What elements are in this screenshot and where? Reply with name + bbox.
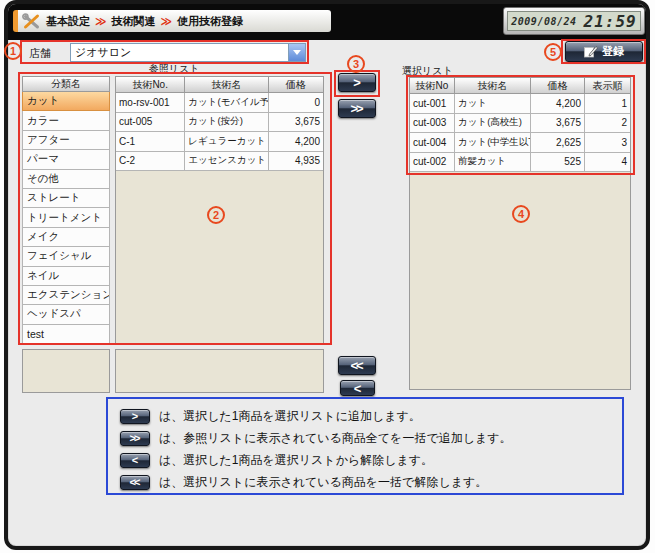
- breadcrumb-separator-icon: ≫: [95, 15, 107, 28]
- category-item-treatment[interactable]: トリートメント: [22, 208, 110, 227]
- breadcrumb: 基本設定 ≫ 技術関連 ≫ 使用技術登録: [13, 10, 331, 32]
- category-item-after[interactable]: アフター: [22, 131, 110, 150]
- category-item-cut[interactable]: カット: [22, 92, 110, 111]
- category-item-perm[interactable]: パーマ: [22, 150, 110, 169]
- category-list-header: 分類名: [22, 76, 110, 92]
- legend-box: > は、選択した1商品を選択リストに追加します。 >> は、参照リストに表示され…: [106, 397, 624, 495]
- reference-list-column-headers: 技術No. 技術名 価格: [116, 77, 323, 93]
- store-label: 店舗: [29, 46, 51, 61]
- category-item-test[interactable]: test: [22, 325, 110, 344]
- cell-display-order: 3: [585, 133, 630, 153]
- breadcrumb-item-tech-related[interactable]: 技術関連: [112, 14, 156, 29]
- category-item-headspa[interactable]: ヘッドスパ: [22, 305, 110, 324]
- edit-document-icon: [584, 45, 598, 58]
- reference-row-c-2[interactable]: C-2 エッセンスカット 4,935: [116, 152, 323, 172]
- col-header-price: 価格: [531, 78, 585, 94]
- legend-text: は、参照リストに表示されている商品全てを一括で追加します。: [159, 430, 512, 447]
- selection-row-cut-001[interactable]: cut-001 カット 4,200 1: [410, 94, 630, 114]
- cell-price: 4,935: [269, 152, 323, 172]
- category-list: 分類名 カット カラー アフター パーマ その他 ストレート トリートメント メ…: [22, 76, 110, 344]
- clock-time: 21:59: [584, 12, 637, 31]
- col-header-tech-no: 技術No: [410, 78, 455, 94]
- col-header-price: 価格: [269, 77, 323, 93]
- legend-text: は、選択した1商品を選択リストから解除します。: [159, 452, 433, 469]
- screen: 基本設定 ≫ 技術関連 ≫ 使用技術登録 2009/08/24 21:59 店舗…: [0, 0, 655, 553]
- col-header-tech-name: 技術名: [185, 77, 268, 93]
- cell-tech-name: カット(中学生以下): [455, 133, 531, 153]
- cell-tech-name: カット(モバイル予約): [185, 93, 268, 113]
- selection-row-cut-002[interactable]: cut-002 前髪カット 525 4: [410, 153, 630, 173]
- clock-date: 2009/08/24: [511, 16, 576, 27]
- cell-tech-no: C-1: [116, 132, 185, 152]
- cell-tech-no: cut-002: [410, 153, 455, 173]
- cell-tech-no: C-2: [116, 152, 185, 172]
- cell-tech-name: レギュラーカット: [185, 132, 268, 152]
- reference-row-mo-rsv-001[interactable]: mo-rsv-001 カット(モバイル予約) 0: [116, 93, 323, 113]
- cell-tech-name: エッセンスカット: [185, 152, 268, 172]
- breadcrumb-item-current-page: 使用技術登録: [177, 14, 243, 29]
- cell-price: 4,200: [269, 132, 323, 152]
- tools-icon: [22, 13, 41, 30]
- cell-price: 2,625: [531, 133, 585, 153]
- col-header-tech-no: 技術No.: [116, 77, 185, 93]
- register-button[interactable]: 登録: [565, 41, 643, 62]
- store-select[interactable]: ジオサロン: [70, 43, 306, 62]
- category-item-nail[interactable]: ネイル: [22, 267, 110, 286]
- cell-price: 3,675: [269, 113, 323, 133]
- reference-list-panel: 技術No. 技術名 価格 mo-rsv-001 カット(モバイル予約) 0 cu…: [115, 76, 324, 344]
- clock-widget: 2009/08/24 21:59: [503, 7, 645, 35]
- cell-price: 4,200: [531, 94, 585, 114]
- reference-row-cut-005[interactable]: cut-005 カット(按分) 3,675: [116, 113, 323, 133]
- category-item-other[interactable]: その他: [22, 170, 110, 189]
- cell-tech-no: mo-rsv-001: [116, 93, 185, 113]
- selection-list-panel: 技術No 技術名 価格 表示順 cut-001 カット 4,200 1 cut-…: [409, 77, 631, 390]
- cell-display-order: 2: [585, 114, 630, 134]
- legend-line-remove-one: < は、選択した1商品を選択リストから解除します。: [120, 449, 622, 471]
- reference-list-footer-panel: [115, 349, 324, 393]
- register-button-label: 登録: [602, 44, 624, 59]
- cell-display-order: 1: [585, 94, 630, 114]
- add-all-button[interactable]: >>: [338, 99, 376, 118]
- legend-line-add-all: >> は、参照リストに表示されている商品全てを一括で追加します。: [120, 427, 622, 449]
- remove-one-arrow-icon: <: [120, 453, 150, 468]
- cell-price: 3,675: [531, 114, 585, 134]
- breadcrumb-item-basic-settings[interactable]: 基本設定: [46, 14, 90, 29]
- breadcrumb-separator-icon: ≫: [161, 15, 173, 28]
- chevron-down-icon[interactable]: [288, 44, 305, 61]
- cell-price: 0: [269, 93, 323, 113]
- cell-tech-name: 前髪カット: [455, 153, 531, 173]
- cell-tech-no: cut-004: [410, 133, 455, 153]
- category-item-facial[interactable]: フェイシャル: [22, 247, 110, 266]
- remove-one-button[interactable]: <: [340, 380, 375, 396]
- cell-tech-name: カット: [455, 94, 531, 114]
- cell-price: 525: [531, 153, 585, 173]
- category-item-straight[interactable]: ストレート: [22, 189, 110, 208]
- clock-lcd: 2009/08/24 21:59: [507, 11, 641, 31]
- cell-tech-no: cut-005: [116, 113, 185, 133]
- add-all-arrow-icon: >>: [120, 431, 150, 446]
- col-header-tech-name: 技術名: [455, 78, 531, 94]
- category-item-makeup[interactable]: メイク: [22, 228, 110, 247]
- legend-text: は、選択リストに表示されている商品を一括で解除します。: [159, 474, 487, 491]
- selection-row-cut-004[interactable]: cut-004 カット(中学生以下) 2,625 3: [410, 133, 630, 153]
- col-header-display-order: 表示順: [585, 78, 630, 94]
- add-one-arrow-icon: >: [120, 409, 150, 424]
- legend-line-add-one: > は、選択した1商品を選択リストに追加します。: [120, 405, 622, 427]
- selection-row-cut-003[interactable]: cut-003 カット(高校生) 3,675 2: [410, 114, 630, 134]
- category-item-color[interactable]: カラー: [22, 111, 110, 130]
- cell-tech-no: cut-001: [410, 94, 455, 114]
- selection-list-column-headers: 技術No 技術名 価格 表示順: [410, 78, 630, 94]
- cell-tech-name: カット(按分): [185, 113, 268, 133]
- category-list-footer-panel: [22, 349, 110, 393]
- reference-row-c-1[interactable]: C-1 レギュラーカット 4,200: [116, 132, 323, 152]
- add-one-button[interactable]: >: [338, 73, 376, 92]
- cell-tech-no: cut-003: [410, 114, 455, 134]
- cell-tech-name: カット(高校生): [455, 114, 531, 134]
- category-item-extension[interactable]: エクステンション: [22, 286, 110, 305]
- cell-display-order: 4: [585, 153, 630, 173]
- selection-list-title: 選択リスト: [402, 64, 453, 78]
- remove-all-button[interactable]: <<: [338, 356, 376, 375]
- remove-all-arrow-icon: <<: [120, 475, 150, 490]
- store-select-value: ジオサロン: [71, 45, 288, 60]
- reference-list-title: 参照リスト: [128, 62, 220, 76]
